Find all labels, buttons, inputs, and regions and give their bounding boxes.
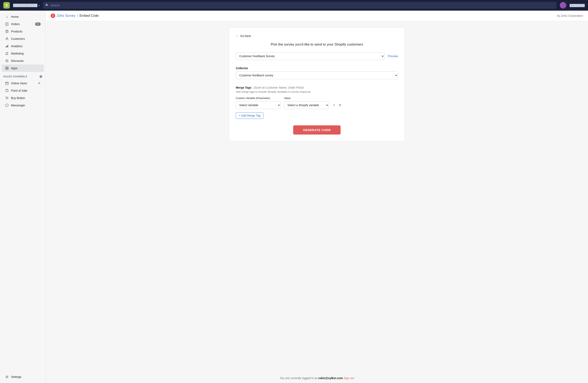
add-row-button[interactable]: + [332,102,336,108]
arrow-left-icon: ← [236,34,239,38]
svg-rect-11 [5,67,7,68]
survey-select[interactable]: Customer Feedback Survey Product Review … [236,52,384,60]
top-navigation: S ████████████ ▾ 🔍 ████████ [0,0,588,11]
sidebar-label-buy-button: Buy Button [11,96,25,100]
products-icon [5,29,9,34]
sidebar-label-orders: Orders [11,22,20,26]
preview-link[interactable]: Preview [388,55,398,58]
user-name: ████████ [570,4,585,7]
discounts-icon [5,59,9,63]
survey-select-row: Customer Feedback Survey Product Review … [236,52,398,60]
eye-icon[interactable]: 👁 [38,82,41,85]
collector-label: Collector [236,67,398,70]
breadcrumb-current-page: Embed Code [80,14,99,18]
svg-rect-13 [5,68,7,70]
go-back-label: Go back [240,34,251,38]
sidebar-item-products[interactable]: Products [2,28,44,35]
sidebar-item-point-of-sale[interactable]: Point of Sale [2,87,44,94]
go-back-button[interactable]: ← Go back [236,34,251,38]
svg-rect-15 [6,90,8,92]
sidebar-item-orders[interactable]: Orders 60 [2,20,44,28]
point-of-sale-icon [5,89,9,93]
main-card: ← Go back Pick the survey you'd like to … [229,28,405,141]
sidebar-item-buy-button[interactable]: Buy Button [2,94,44,102]
sidebar-item-settings[interactable]: Settings [2,373,44,381]
footer-user-email: robin@zylker.com [318,377,343,380]
orders-badge: 60 [35,22,41,26]
merge-tag-row: Select Variable Select a Shopify variabl… [236,101,398,109]
orders-icon [5,22,9,26]
collector-select[interactable]: Customer feedback survey New Collector [236,71,398,79]
apps-icon [5,66,9,70]
generate-code-button[interactable]: GENERATE CODE [293,125,341,135]
sign-out-link[interactable]: Sign out [344,377,354,380]
svg-rect-12 [7,67,8,68]
merge-tags-desc: Add merge tags to include Shopify variab… [236,90,398,93]
breadcrumb-separator: / [77,14,78,18]
breadcrumb: Z Zoho Survey / Embed Code [51,14,99,18]
svg-rect-5 [6,46,6,47]
store-name-text: ████████████ [13,4,37,7]
sidebar-label-home: Home [11,15,19,18]
sidebar-item-online-store[interactable]: Online Store 👁 [2,80,44,87]
remove-row-button[interactable]: ✕ [338,102,342,108]
settings-icon [5,375,9,379]
svg-rect-6 [7,45,7,47]
add-sales-channel-button[interactable]: ⊕ [39,74,42,79]
breadcrumb-app-link[interactable]: Zoho Survey [57,14,75,18]
svg-point-18 [6,377,8,378]
sidebar-label-online-store: Online Store [11,82,27,85]
breadcrumb-bar: Z Zoho Survey / Embed Code by Zoho Corpo… [46,11,588,21]
zoho-survey-logo: Z [51,14,55,18]
chevron-down-icon: ▾ [39,4,40,6]
merge-tags-section: Merge Tags (Such as Customer Name, Order… [236,86,398,119]
search-icon: 🔍 [45,4,49,7]
svg-point-17 [8,99,8,100]
svg-point-16 [6,99,7,100]
footer: You are currently logged in as robin@zyl… [46,373,588,383]
add-merge-tag-button[interactable]: + Add Merge Tag [236,112,264,119]
page-content-area: ← Go back Pick the survey you'd like to … [46,21,588,373]
buy-button-icon [5,96,9,100]
sidebar-label-products: Products [11,30,22,33]
avatar [560,2,566,9]
messenger-icon [5,103,9,107]
sales-channels-section: SALES CHANNELS ⊕ [0,72,45,80]
merge-tags-subtitle: (Such as Customer Name, Order Price) [253,86,304,89]
main-content: Z Zoho Survey / Embed Code by Zoho Corpo… [46,11,588,383]
shopify-variable-select[interactable]: Select a Shopify variable [284,101,329,109]
shopify-logo: S [3,2,10,9]
sidebar-item-analytics[interactable]: Analytics [2,42,44,50]
sidebar-item-messenger[interactable]: Messenger [2,102,44,109]
sidebar: ⌂ Home Orders 60 Products Customers [0,11,46,383]
sidebar-label-analytics: Analytics [11,44,22,48]
search-bar[interactable]: 🔍 [43,2,557,9]
store-name-dropdown[interactable]: ████████████ ▾ [13,4,40,7]
sidebar-item-customers[interactable]: Customers [2,35,44,42]
value-column-label: Value [284,97,329,100]
search-input[interactable] [50,4,554,7]
variable-select[interactable]: Select Variable [236,101,281,109]
svg-point-4 [6,38,8,39]
online-store-icon [5,81,9,85]
sidebar-label-messenger: Messenger [11,104,25,107]
sidebar-label-marketing: Marketing [11,52,23,55]
merge-tags-title: Merge Tags [236,86,252,89]
custom-variable-column-label: Custom Variable (Parameter) [236,97,281,100]
svg-rect-14 [7,68,8,70]
sidebar-item-marketing[interactable]: Marketing [2,50,44,57]
svg-point-8 [6,54,6,55]
by-label: by Zoho Corporation [557,14,583,17]
sidebar-label-discounts: Discounts [11,59,23,62]
row-actions: + ✕ [332,102,342,108]
sidebar-item-discounts[interactable]: Discounts [2,57,44,64]
merge-tags-headers: Custom Variable (Parameter) Value [236,97,398,100]
analytics-icon [5,44,9,48]
card-title: Pick the survey you'd like to send to yo… [236,42,398,47]
sidebar-item-apps[interactable]: Apps [2,64,44,72]
sidebar-item-home[interactable]: ⌂ Home [2,13,44,20]
sidebar-label-apps: Apps [11,67,18,70]
sales-channels-label: SALES CHANNELS [3,75,27,78]
footer-logged-in-text: You are currently logged in as [280,377,317,380]
marketing-icon [5,51,9,56]
